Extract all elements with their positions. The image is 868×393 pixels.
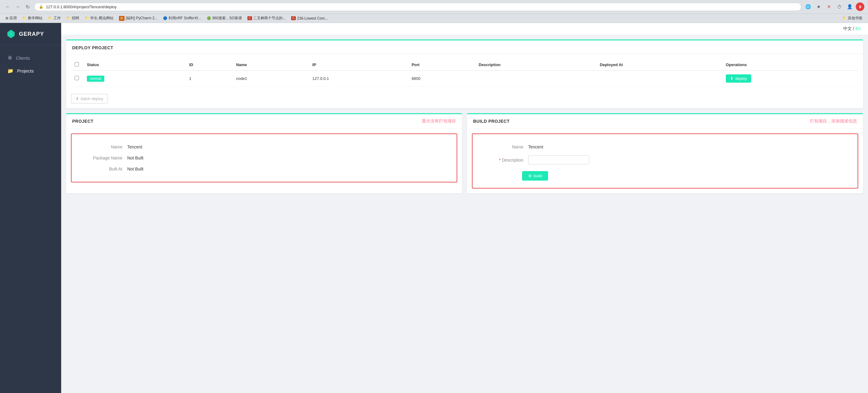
- header-checkbox-cell: [71, 59, 83, 71]
- project-info-box: Name Tencent Package Name Not Built Buil…: [71, 134, 457, 183]
- header-operations: Operations: [722, 59, 858, 71]
- build-label: build: [534, 173, 542, 178]
- build-description-label: Description: [484, 158, 523, 163]
- apps-icon: ⊞: [5, 16, 8, 20]
- bookmark-student[interactable]: 📁 学生-爬虫网站: [82, 15, 116, 22]
- bookmark-label: [福利] PyCharm 2...: [126, 16, 157, 21]
- profile-circle[interactable]: 9: [856, 2, 864, 11]
- build-name-value: Tencent: [528, 144, 543, 149]
- forward-button[interactable]: →: [13, 2, 22, 11]
- batch-deploy-button[interactable]: ⬆ batch deploy: [71, 94, 108, 104]
- deploy-project-title: DEPLOY PROJECT: [66, 40, 863, 54]
- btree-icon: C: [247, 16, 252, 20]
- language-switcher: 中文 / En: [61, 23, 868, 35]
- project-card: PROJECT 显示没有打包项目 Name Tencent Package Na…: [66, 113, 462, 193]
- bookmark-pycharm[interactable]: 简 [福利] PyCharm 2...: [117, 15, 160, 22]
- other-icon: 📁: [842, 16, 846, 20]
- bookmark-label: 其他书签: [848, 16, 863, 21]
- bookmark-teaching[interactable]: 📁 教学网站: [20, 15, 45, 22]
- row-checkbox[interactable]: [74, 76, 79, 80]
- deploy-label: deploy: [735, 76, 747, 81]
- back-button[interactable]: ←: [4, 2, 12, 11]
- table-wrapper: Status ID Name IP Port Description Deplo…: [66, 54, 863, 91]
- browser-actions: 🌐 ★ ✕ ⏱ 👤 9: [804, 2, 864, 11]
- logo-icon: [6, 29, 16, 39]
- browser-chrome: ← → ↻ 🔒 127.0.0.1:8000/#/project/Tencent…: [0, 0, 868, 14]
- project-package-label: Package Name: [83, 156, 122, 160]
- bookmark-360[interactable]: 🟢 360搜索，SO靠谱: [204, 15, 244, 22]
- bookmark-apps[interactable]: ⊞ 应用: [3, 15, 19, 22]
- bookmark-label: 教学网站: [28, 16, 42, 21]
- build-description-row: Description: [477, 152, 853, 167]
- nav-buttons: ← → ↻: [4, 2, 32, 11]
- build-name-row: Name Tencent: [477, 141, 853, 152]
- project-card-header: PROJECT 显示没有打包项目: [66, 114, 462, 129]
- bookmark-work[interactable]: 📁 工作: [45, 15, 63, 22]
- bookmark-btree[interactable]: C 二叉树两个节点的...: [245, 15, 288, 22]
- sidebar-nav: 🖥 Clients 📁 Projects: [0, 45, 61, 84]
- account-button[interactable]: 👤: [845, 2, 854, 11]
- project-built-label: Built At: [83, 167, 122, 171]
- lang-chinese[interactable]: 中文: [843, 26, 852, 31]
- bookmark-label: 学生-爬虫网站: [90, 16, 114, 21]
- star-button[interactable]: ★: [814, 2, 823, 11]
- bookmark-lowest[interactable]: C 236-Lowest Com...: [289, 15, 330, 22]
- folder-icon: 📁: [22, 16, 27, 20]
- history-button[interactable]: ⏱: [835, 2, 843, 11]
- table-header-row: Status ID Name IP Port Description Deplo…: [71, 59, 858, 71]
- table-head: Status ID Name IP Port Description Deplo…: [71, 59, 858, 71]
- project-built-value: Not Built: [127, 167, 144, 171]
- project-name-label: Name: [83, 144, 122, 149]
- header-description: Description: [475, 59, 596, 71]
- project-package-row: Package Name Not Built: [76, 152, 452, 164]
- build-name-label: Name: [484, 144, 523, 149]
- bookmark-recruit[interactable]: 📁 招聘: [64, 15, 82, 22]
- lang-english[interactable]: En: [856, 26, 861, 31]
- upload-icon: ⬆: [75, 96, 79, 101]
- bookmark-label: 360搜索，SO靠谱: [212, 16, 242, 21]
- build-project-card: BUILD PROJECT 打包项目，添加描述信息 Name Tencent D…: [467, 113, 863, 193]
- bookmark-nrf[interactable]: 🔵 利用nRF Sniffer对...: [161, 15, 204, 22]
- select-all-checkbox[interactable]: [74, 62, 79, 66]
- lang-separator: /: [853, 26, 856, 31]
- row-deployed-at: [596, 71, 722, 87]
- folder-icon: 📁: [48, 16, 52, 20]
- header-id: ID: [186, 59, 232, 71]
- header-ip: IP: [309, 59, 408, 71]
- bookmark-label: 工作: [54, 16, 61, 21]
- row-description: [475, 71, 596, 87]
- gear-icon: ⚙: [528, 173, 532, 178]
- build-description-input[interactable]: [528, 156, 589, 164]
- refresh-button[interactable]: ↻: [23, 2, 32, 11]
- bookmark-other[interactable]: 📁 其他书签: [840, 15, 865, 22]
- translate-button[interactable]: 🌐: [804, 2, 812, 11]
- project-card-title: PROJECT: [72, 119, 94, 124]
- project-name-row: Name Tencent: [76, 141, 452, 152]
- header-deployed-at: Deployed At: [596, 59, 722, 71]
- status-badge: normal: [87, 76, 104, 82]
- close-tab-button[interactable]: ✕: [825, 2, 833, 11]
- deploy-button[interactable]: ⬆ deploy: [726, 74, 751, 83]
- project-card-note: 显示没有打包项目: [422, 118, 456, 124]
- main-content: 中文 / En DEPLOY PROJECT Status ID Na: [61, 23, 868, 393]
- sidebar-item-clients[interactable]: 🖥 Clients: [0, 51, 61, 64]
- address-bar[interactable]: 🔒 127.0.0.1:8000/#/project/Tencent/deplo…: [34, 3, 801, 11]
- build-card-header: BUILD PROJECT 打包项目，添加描述信息: [467, 114, 863, 129]
- bookmark-label: 应用: [9, 16, 17, 21]
- sidebar-item-projects[interactable]: 📁 Projects: [0, 64, 61, 78]
- table-body: normal 1 node1 127.0.0.1 6800 ⬆: [71, 71, 858, 87]
- sidebar: GERAPY 🖥 Clients 📁 Projects: [0, 23, 61, 393]
- row-status: normal: [83, 71, 186, 87]
- table-row: normal 1 node1 127.0.0.1 6800 ⬆: [71, 71, 858, 87]
- folder-icon: 📁: [85, 16, 89, 20]
- project-built-row: Built At Not Built: [76, 164, 452, 174]
- row-checkbox-cell: [71, 71, 83, 87]
- build-button[interactable]: ⚙ build: [522, 171, 548, 180]
- row-operations: ⬆ deploy: [722, 71, 858, 87]
- bookmark-label: 236-Lowest Com...: [297, 16, 328, 21]
- lock-icon: 🔒: [39, 5, 43, 9]
- bookmark-label: 招聘: [72, 16, 79, 21]
- search-icon: 🟢: [207, 16, 211, 20]
- header-status: Status: [83, 59, 186, 71]
- sidebar-item-label: Clients: [16, 55, 30, 61]
